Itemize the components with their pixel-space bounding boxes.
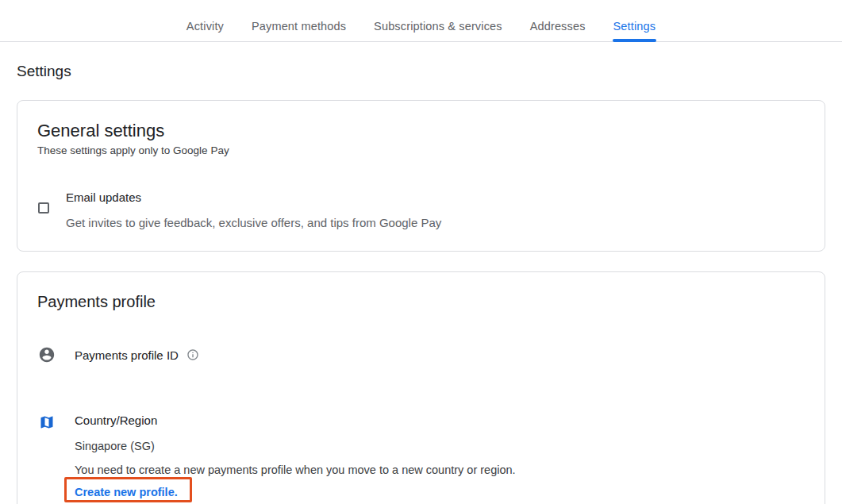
active-tab-underline <box>613 39 657 42</box>
create-new-profile-link[interactable]: Create new profile. <box>75 486 178 498</box>
email-updates-text: Email updates Get invites to give feedba… <box>66 190 441 229</box>
country-region-text: Country/Region Singapore (SG) You need t… <box>75 414 516 499</box>
general-settings-title: General settings <box>37 121 805 141</box>
tab-addresses-label: Addresses <box>530 20 586 33</box>
payments-profile-title: Payments profile <box>37 292 805 311</box>
payments-profile-card: Payments profile Payments profile ID <box>17 271 825 504</box>
tab-payment-methods[interactable]: Payment methods <box>251 20 347 41</box>
account-circle-icon <box>38 346 56 364</box>
page-title: Settings <box>17 63 825 80</box>
create-new-profile-link-wrap: Create new profile. <box>75 485 178 499</box>
general-settings-card: General settings These settings apply on… <box>17 100 825 252</box>
tab-subscriptions-services[interactable]: Subscriptions & services <box>373 20 503 41</box>
tab-settings[interactable]: Settings <box>613 20 657 41</box>
email-updates-checkbox[interactable] <box>38 202 49 214</box>
tab-settings-label: Settings <box>613 20 656 33</box>
tab-payment-methods-label: Payment methods <box>252 20 346 33</box>
country-region-note: You need to create a new payments profil… <box>75 464 516 477</box>
tab-activity-label: Activity <box>186 20 224 33</box>
tab-activity[interactable]: Activity <box>186 20 225 41</box>
email-updates-row: Email updates Get invites to give feedba… <box>37 190 805 229</box>
map-icon <box>39 414 55 430</box>
email-updates-description: Get invites to give feedback, exclusive … <box>66 216 441 229</box>
payments-profile-id-row: Payments profile ID <box>37 346 805 364</box>
tab-addresses[interactable]: Addresses <box>529 20 586 41</box>
payments-profile-id-label: Payments profile ID <box>75 348 179 362</box>
payments-profile-id-label-group: Payments profile ID <box>75 346 199 364</box>
country-region-value: Singapore (SG) <box>75 440 516 453</box>
tab-bar: Activity Payment methods Subscriptions &… <box>0 0 842 42</box>
tab-subscriptions-services-label: Subscriptions & services <box>374 20 502 33</box>
general-settings-subtitle: These settings apply only to Google Pay <box>37 144 805 157</box>
country-region-label: Country/Region <box>75 414 516 427</box>
country-region-row: Country/Region Singapore (SG) You need t… <box>37 414 805 499</box>
email-updates-label: Email updates <box>66 190 441 204</box>
info-icon[interactable] <box>186 348 199 361</box>
settings-page: Settings General settings These settings… <box>0 63 842 504</box>
